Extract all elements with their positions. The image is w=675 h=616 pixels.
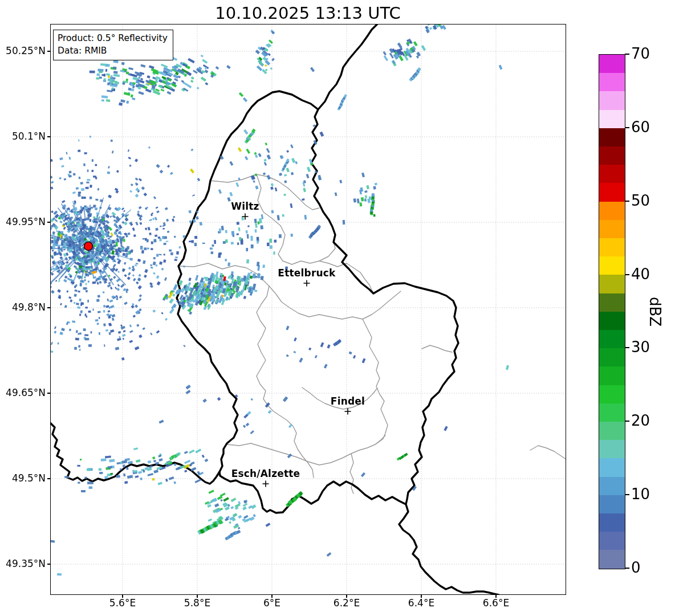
lon-tick-label: 6.4°E [396,597,447,609]
colorbar-segment [599,366,625,385]
colorbar-segment [599,312,625,330]
lat-tick-mark [47,393,50,394]
lon-tick-label: 5.8°E [172,597,223,609]
city-label-findel: Findel [302,395,393,407]
colorbar-segment [599,220,625,238]
lat-tick-mark [47,136,50,137]
radar-map-canvas [0,0,675,616]
lat-tick-mark [47,307,50,308]
colorbar-tick-label: 50 [631,192,650,209]
colorbar-tick-mark [625,421,629,422]
lon-tick-mark [346,595,347,598]
colorbar-segment [599,165,625,183]
colorbar-segment [599,550,625,568]
lat-tick-label: 49.35°N [0,558,46,569]
colorbar-segment [599,495,625,513]
lat-tick-mark [47,564,50,565]
colorbar-segment [599,256,625,275]
lon-tick-label: 6.2°E [321,597,372,609]
data-source-label: Data: RMIB [58,45,168,58]
city-label-wiltz: Wiltz [200,201,291,212]
page-title: 10.10.2025 13:13 UTC [137,3,479,23]
radar-display: 10.10.2025 13:13 UTC Product: 0.5° Refle… [0,0,675,616]
lat-tick-label: 49.65°N [0,387,46,398]
colorbar-segment [599,202,625,220]
product-info-box: Product: 0.5° Reflectivity Data: RMIB [53,30,173,60]
reflectivity-colorbar [599,54,625,569]
colorbar-segment [599,293,625,312]
colorbar-unit-label: dBZ [648,293,664,330]
lon-tick-mark [122,595,123,598]
lon-tick-label: 6°E [246,597,298,609]
colorbar-tick-mark [625,568,629,569]
lon-tick-mark [197,595,198,598]
colorbar-segment [599,422,625,440]
lon-tick-mark [421,595,422,598]
lat-tick-mark [47,51,50,52]
colorbar-tick-mark [625,274,629,275]
lon-tick-label: 6.6°E [470,597,522,609]
colorbar-segment [599,513,625,532]
lat-tick-mark [47,222,50,223]
colorbar-tick-label: 30 [631,338,650,356]
colorbar-segment [599,146,625,165]
colorbar-tick-label: 0 [631,559,641,576]
colorbar-segment [599,73,625,91]
colorbar-segment [599,385,625,403]
lat-tick-label: 49.5°N [0,472,46,484]
lon-tick-label: 5.6°E [97,597,148,609]
city-label-esch-alzette: Esch/Alzette [220,468,311,479]
lat-tick-label: 50.1°N [0,130,46,142]
colorbar-tick-mark [625,494,629,495]
colorbar-tick-mark [625,54,629,55]
lon-tick-mark [271,595,273,598]
colorbar-tick-label: 10 [631,486,650,503]
colorbar-segment [599,110,625,128]
colorbar-segment [599,440,625,458]
colorbar-segment [599,403,625,422]
colorbar-segment [599,532,625,550]
lon-tick-mark [495,595,497,598]
lat-tick-label: 50.25°N [0,45,46,56]
colorbar-segment [599,348,625,366]
colorbar-segment [599,183,625,201]
colorbar-segment [599,128,625,146]
colorbar-segment [599,91,625,109]
colorbar-tick-label: 40 [631,266,650,283]
colorbar-tick-mark [625,127,629,128]
city-label-ettelbruck: Ettelbruck [261,267,352,279]
product-label: Product: 0.5° Reflectivity [58,32,168,45]
colorbar-tick-mark [625,347,629,348]
colorbar-segment [599,458,625,476]
colorbar-tick-label: 70 [631,45,650,62]
colorbar-segment [599,238,625,256]
colorbar-segment [599,275,625,293]
colorbar-segment [599,55,625,73]
lat-tick-label: 49.8°N [0,301,46,313]
lat-tick-mark [47,478,50,479]
colorbar-tick-label: 20 [631,412,650,429]
colorbar-tick-label: 60 [631,119,650,136]
lat-tick-label: 49.95°N [0,216,46,227]
colorbar-tick-mark [625,201,629,202]
colorbar-segment [599,330,625,348]
colorbar-segment [599,477,625,495]
